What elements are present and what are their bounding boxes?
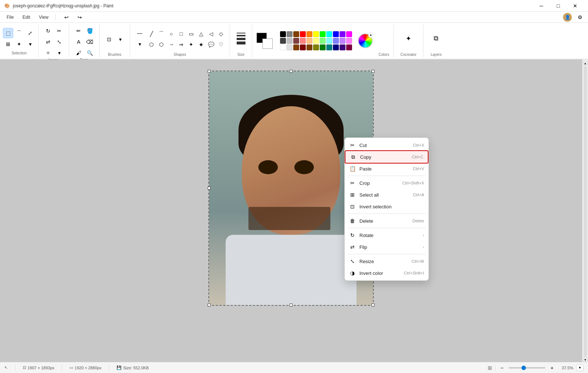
swatch-dkbrown[interactable] <box>293 38 299 44</box>
swatch-navy[interactable] <box>333 44 339 50</box>
zoom-out-button[interactable]: − <box>498 364 506 372</box>
swatch-dkred[interactable] <box>300 44 306 50</box>
cocreator-button[interactable]: ✦ <box>403 33 413 44</box>
swatch-ltblue[interactable] <box>333 38 339 44</box>
shape-star4[interactable]: ✦ <box>186 39 196 50</box>
ctx-cut[interactable]: ✂ Cut Ctrl+X <box>345 139 429 151</box>
freeform-select-tool[interactable]: ⌒ <box>14 28 24 38</box>
shape-oval[interactable]: ○ <box>166 29 176 39</box>
handle-br[interactable] <box>372 304 374 306</box>
handle-tl[interactable] <box>208 70 211 73</box>
shape-bubble[interactable]: 💬 <box>206 39 216 50</box>
swatch-ltpink[interactable] <box>346 38 352 44</box>
scroll-up-button[interactable]: ▲ <box>583 61 588 65</box>
swatch-purple[interactable] <box>340 44 345 50</box>
handle-tm[interactable] <box>290 70 293 73</box>
expand-select-tool[interactable]: ⤢ <box>25 28 35 38</box>
zoom-dropdown-button[interactable]: ▾ <box>576 364 584 371</box>
scroll-down-button[interactable]: ▼ <box>583 358 588 362</box>
rotate-tool[interactable]: ↻ <box>43 26 53 36</box>
right-scrollbar[interactable]: ▲ ▼ <box>582 60 588 362</box>
swatch-ltviolet[interactable] <box>340 38 345 44</box>
swatch-black[interactable] <box>280 31 286 37</box>
shape-pentagon[interactable]: ⬠ <box>146 39 157 50</box>
shape-star5[interactable]: ★ <box>196 39 206 50</box>
shape-line[interactable]: ╱ <box>146 29 157 39</box>
ctx-delete[interactable]: 🗑 Delete Delete <box>345 215 429 227</box>
swatch-ltorange[interactable] <box>306 38 312 44</box>
brushes-dropdown[interactable]: ▾ <box>115 34 125 44</box>
swatch-lightgray[interactable] <box>287 38 293 44</box>
shape-fill-btn[interactable]: ▾ <box>135 39 145 49</box>
swatch-vltgray[interactable] <box>287 44 293 50</box>
swatch-brown[interactable] <box>293 31 299 37</box>
shape-arrow2[interactable]: ⇒ <box>176 39 186 50</box>
canvas-wrapper[interactable]: ✂ Cut Ctrl+X ⧉ Copy Ctrl+C 📋 Paste Ctrl+… <box>208 71 374 306</box>
ctx-rotate[interactable]: ↻ Rotate › <box>345 229 429 241</box>
rectangular-select-tool[interactable]: ⬚ <box>3 28 13 38</box>
zoom-slider[interactable] <box>509 367 545 369</box>
shape-outline-btn[interactable]: — <box>135 28 145 38</box>
swatch-ltred[interactable] <box>300 38 306 44</box>
brush-color-tool[interactable]: 🖌 <box>74 48 84 58</box>
swatch-red[interactable] <box>300 31 306 37</box>
shape-hexagon[interactable]: ⬡ <box>156 39 166 50</box>
swatch-blue[interactable] <box>333 31 339 37</box>
ctx-paste[interactable]: 📋 Paste Ctrl+V <box>345 163 429 175</box>
swatch-white[interactable] <box>280 44 286 50</box>
swatch-darkgray2[interactable] <box>280 38 286 44</box>
swatch-ltcyan[interactable] <box>326 38 332 44</box>
shape-rtriangle[interactable]: ◁ <box>206 29 216 39</box>
swatch-ltgreen[interactable] <box>320 38 326 44</box>
swatch-olive[interactable] <box>313 44 319 50</box>
swatch-dkorange[interactable] <box>306 44 312 50</box>
zoom-thumb[interactable] <box>521 366 526 370</box>
redo-button[interactable]: ↪ <box>75 12 85 22</box>
handle-bm[interactable] <box>290 304 293 306</box>
color-picker-button[interactable]: ✦ <box>358 33 373 48</box>
shape-rect2[interactable]: ▭ <box>186 29 196 39</box>
user-avatar[interactable]: 👤 <box>563 13 572 22</box>
titlebar-controls[interactable]: ─ □ ✕ <box>533 0 584 12</box>
undo-button[interactable]: ↩ <box>61 12 72 22</box>
background-color[interactable] <box>262 39 273 49</box>
swatch-dkbrown2[interactable] <box>293 44 299 50</box>
ctx-resize[interactable]: ⤡ Resize Ctrl+W <box>345 255 429 267</box>
handle-tr[interactable] <box>372 70 374 73</box>
maximize-button[interactable]: □ <box>550 0 567 12</box>
active-colors[interactable] <box>257 33 273 49</box>
menu-edit[interactable]: Edit <box>19 13 34 21</box>
zoom-in-button[interactable]: + <box>548 364 556 372</box>
pencil-tool[interactable]: ✏ <box>74 26 84 36</box>
menu-view[interactable]: View <box>35 13 52 21</box>
ctx-copy[interactable]: ⧉ Copy Ctrl+C <box>345 150 429 164</box>
settings-button[interactable]: ⚙ <box>575 12 585 22</box>
shape-triangle[interactable]: △ <box>196 29 206 39</box>
swatch-orange[interactable] <box>306 31 312 37</box>
swatch-green[interactable] <box>320 31 326 37</box>
shape-curve[interactable]: ⌒ <box>156 29 166 39</box>
handle-bl[interactable] <box>208 304 211 306</box>
ctx-crop[interactable]: ✂ Crop Ctrl+Shift+X <box>345 177 429 189</box>
swatch-ltyellow[interactable] <box>313 38 319 44</box>
select-all-tool[interactable]: ⊞ <box>3 39 13 49</box>
ctx-invert-selection[interactable]: ⊡ Invert selection <box>345 201 429 212</box>
layers-button[interactable]: ⧉ <box>431 33 441 44</box>
ctx-invert-color[interactable]: ◑ Invert color Ctrl+Shift+I <box>345 267 429 279</box>
shape-heart[interactable]: ♡ <box>216 39 226 50</box>
shape-rect[interactable]: □ <box>176 29 186 39</box>
crop-tool[interactable]: ✂ <box>54 26 64 36</box>
swatch-pink[interactable] <box>346 31 352 37</box>
select-dropdown[interactable]: ▾ <box>25 39 35 49</box>
fill-tool[interactable]: 🪣 <box>85 26 95 36</box>
smart-select-tool[interactable]: ✦ <box>14 39 24 49</box>
shape-arrow[interactable]: → <box>166 39 176 50</box>
shape-diamond[interactable]: ◇ <box>216 29 226 39</box>
image-dropdown[interactable]: ▾ <box>54 48 64 58</box>
handle-ml[interactable] <box>208 187 211 190</box>
flip-tool[interactable]: ⇄ <box>43 37 53 47</box>
swatch-dkgreen[interactable] <box>320 44 326 50</box>
swatch-violet[interactable] <box>340 31 345 37</box>
fit-view-icon[interactable]: ⊞ <box>488 365 492 371</box>
resize-tool[interactable]: ⤡ <box>54 37 64 47</box>
